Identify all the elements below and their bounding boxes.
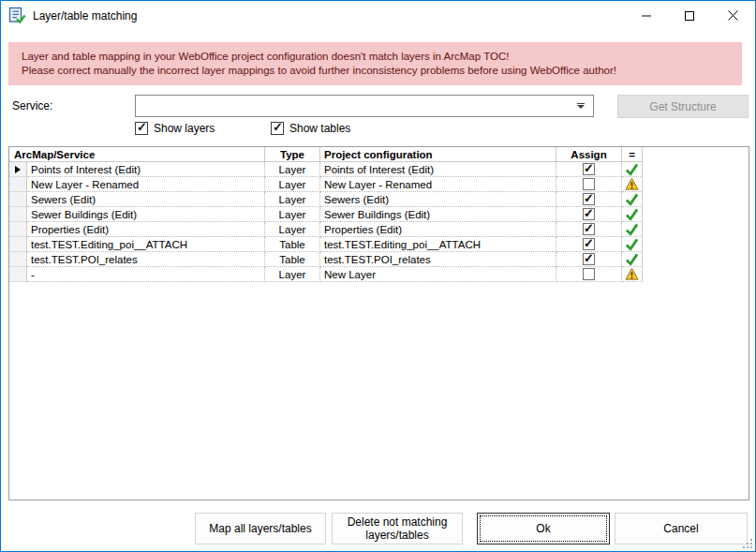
row-selector[interactable]	[9, 207, 27, 222]
row-selector[interactable]	[9, 237, 27, 252]
status-cell	[622, 237, 643, 252]
show-layers-label: Show layers	[154, 122, 215, 135]
row-selector[interactable]	[9, 162, 27, 177]
arcmap-cell[interactable]: Points of Interest (Edit)	[27, 162, 265, 177]
assign-cell[interactable]	[556, 207, 622, 222]
assign-cell[interactable]	[556, 222, 622, 237]
green-check-icon	[625, 222, 639, 236]
layer-table-matching-app-icon	[8, 7, 26, 28]
yellow-warning-triangle-icon	[625, 267, 639, 281]
assign-cell[interactable]	[556, 267, 622, 282]
status-cell	[622, 207, 643, 222]
table-row[interactable]: New Layer - Renamed Layer New Layer - Re…	[9, 177, 643, 192]
arcmap-cell[interactable]: test.TEST.POI_relates	[27, 252, 265, 267]
project-cell[interactable]: New Layer	[320, 267, 556, 282]
project-cell[interactable]: New Layer - Renamed	[320, 177, 556, 192]
close-icon	[728, 10, 738, 21]
show-layers-checkbox[interactable]	[135, 122, 148, 135]
status-cell	[622, 252, 643, 267]
status-cell	[622, 222, 643, 237]
assign-checkbox[interactable]	[583, 163, 595, 175]
show-tables-checkbox[interactable]	[271, 122, 284, 135]
row-selector[interactable]	[9, 177, 27, 192]
arcmap-cell[interactable]: Sewer Buildings (Edit)	[27, 207, 265, 222]
chevron-down-icon[interactable]	[577, 105, 585, 109]
arcmap-cell[interactable]: Properties (Edit)	[27, 222, 265, 237]
ok-button[interactable]: Ok	[477, 513, 610, 545]
type-cell[interactable]: Layer	[265, 267, 320, 282]
maximize-button[interactable]	[668, 1, 711, 30]
assign-cell[interactable]	[556, 192, 622, 207]
column-header-assign[interactable]: Assign	[556, 147, 622, 162]
project-cell[interactable]: Sewer Buildings (Edit)	[320, 207, 556, 222]
assign-cell[interactable]	[556, 237, 622, 252]
type-cell[interactable]: Table	[265, 252, 320, 267]
window-title: Layer/table matching	[33, 9, 137, 22]
table-row[interactable]: test.TEST.Editing_poi__ATTACH Table test…	[9, 237, 643, 252]
matching-table: ArcMap/Service Type Project configuratio…	[8, 146, 749, 500]
current-row-arrow	[15, 166, 21, 173]
assign-checkbox[interactable]	[583, 238, 595, 250]
column-header-equals[interactable]: =	[622, 147, 643, 162]
assign-checkbox[interactable]	[583, 193, 595, 205]
assign-cell[interactable]	[556, 162, 622, 177]
maximize-icon	[685, 11, 694, 21]
assign-checkbox[interactable]	[583, 268, 595, 280]
minimize-icon	[642, 11, 651, 21]
green-check-icon	[625, 252, 639, 266]
column-header-type[interactable]: Type	[265, 147, 320, 162]
column-header-project-configuration[interactable]: Project configuration	[320, 147, 556, 162]
arcmap-cell[interactable]: -	[27, 267, 265, 282]
cancel-button[interactable]: Cancel	[615, 513, 748, 545]
table-row[interactable]: Points of Interest (Edit) Layer Points o…	[9, 162, 643, 177]
column-header-arcmap-service[interactable]: ArcMap/Service	[9, 147, 265, 162]
close-button[interactable]	[711, 1, 754, 30]
assign-checkbox[interactable]	[583, 253, 595, 265]
minimize-button[interactable]	[625, 1, 668, 30]
row-selector[interactable]	[9, 192, 27, 207]
table-row[interactable]: Properties (Edit) Layer Properties (Edit…	[9, 222, 643, 237]
table-row[interactable]: - Layer New Layer	[9, 267, 643, 282]
green-check-icon	[625, 237, 639, 251]
resize-grip-icon[interactable]	[741, 537, 752, 548]
project-cell[interactable]: test.TEST.Editing_poi__ATTACH	[320, 237, 556, 252]
arcmap-cell[interactable]: test.TEST.Editing_poi__ATTACH	[27, 237, 265, 252]
titlebar: Layer/table matching	[1, 1, 755, 30]
type-cell[interactable]: Layer	[265, 162, 320, 177]
delete-not-matching-button[interactable]: Delete not matching layers/tables	[332, 513, 463, 545]
assign-checkbox[interactable]	[583, 223, 595, 235]
project-cell[interactable]: test.TEST.POI_relates	[320, 252, 556, 267]
arcmap-cell[interactable]: Sewers (Edit)	[27, 192, 265, 207]
get-structure-button[interactable]: Get Structure	[617, 95, 749, 118]
status-cell	[622, 267, 643, 282]
table-row[interactable]: Sewers (Edit) Layer Sewers (Edit)	[9, 192, 643, 207]
project-cell[interactable]: Sewers (Edit)	[320, 192, 556, 207]
show-tables-filter[interactable]: Show tables	[271, 122, 350, 135]
table-row[interactable]: Sewer Buildings (Edit) Layer Sewer Build…	[9, 207, 643, 222]
type-cell[interactable]: Layer	[265, 222, 320, 237]
assign-checkbox[interactable]	[583, 178, 595, 190]
green-check-icon	[625, 162, 639, 176]
assign-checkbox[interactable]	[583, 208, 595, 220]
project-cell[interactable]: Properties (Edit)	[320, 222, 556, 237]
service-label: Service:	[12, 99, 52, 112]
service-combobox[interactable]	[135, 95, 594, 117]
row-selector[interactable]	[9, 222, 27, 237]
type-cell[interactable]: Layer	[265, 177, 320, 192]
type-cell[interactable]: Layer	[265, 207, 320, 222]
show-layers-filter[interactable]: Show layers	[135, 122, 215, 135]
status-cell	[622, 162, 643, 177]
row-selector[interactable]	[9, 252, 27, 267]
type-cell[interactable]: Table	[265, 237, 320, 252]
warning-line-2: Please correct manually the incorrect la…	[22, 64, 742, 78]
project-cell[interactable]: Points of Interest (Edit)	[320, 162, 556, 177]
table-row[interactable]: test.TEST.POI_relates Table test.TEST.PO…	[9, 252, 643, 267]
assign-cell[interactable]	[556, 177, 622, 192]
row-selector[interactable]	[9, 267, 27, 282]
status-cell	[622, 177, 643, 192]
type-cell[interactable]: Layer	[265, 192, 320, 207]
map-all-layers-tables-button[interactable]: Map all layers/tables	[195, 513, 326, 545]
table-header-row: ArcMap/Service Type Project configuratio…	[9, 147, 643, 162]
arcmap-cell[interactable]: New Layer - Renamed	[27, 177, 265, 192]
assign-cell[interactable]	[556, 252, 622, 267]
